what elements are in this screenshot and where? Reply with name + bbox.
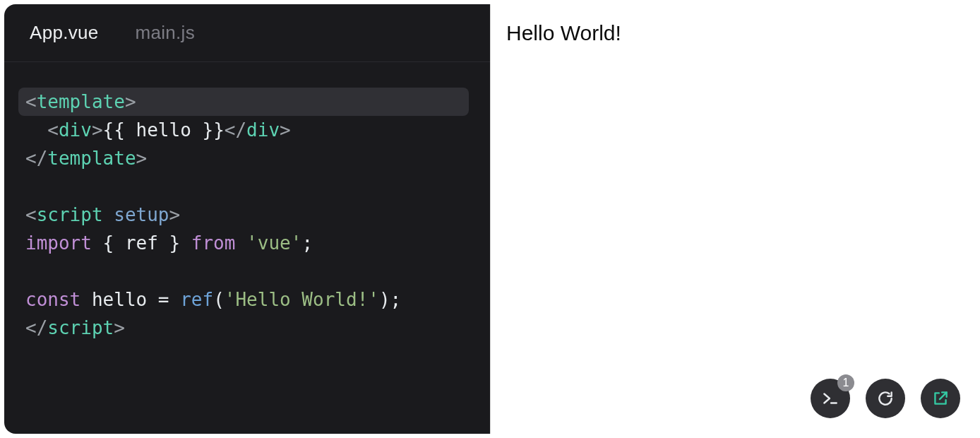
console-badge: 1 — [837, 374, 854, 391]
external-link-icon — [931, 389, 950, 408]
refresh-button[interactable] — [866, 379, 905, 418]
open-new-tab-button[interactable] — [921, 379, 960, 418]
code-line: <div>{{ hello }}</div> — [25, 119, 291, 141]
svg-line-1 — [940, 392, 947, 399]
code-line: </template> — [25, 148, 147, 169]
code-line-highlighted: <template> — [18, 88, 469, 116]
tab-app-vue[interactable]: App.vue — [30, 22, 99, 44]
code-line: <script setup> — [25, 204, 180, 225]
playground-frame: App.vue main.js <template> <div>{{ hello… — [4, 4, 976, 434]
file-tabs: App.vue main.js — [4, 4, 490, 62]
preview-pane: Hello World! 1 — [490, 4, 976, 434]
preview-output: Hello World! — [506, 21, 621, 45]
terminal-icon — [821, 389, 839, 408]
code-line: import { ref } from 'vue'; — [25, 232, 313, 254]
code-editor[interactable]: <template> <div>{{ hello }}</div> </temp… — [4, 62, 490, 434]
preview-controls: 1 — [811, 379, 960, 418]
code-line: </script> — [25, 317, 125, 338]
code-line: const hello = ref('Hello World!'); — [25, 289, 401, 310]
refresh-icon — [876, 389, 895, 408]
console-button[interactable]: 1 — [811, 379, 850, 418]
tab-main-js[interactable]: main.js — [136, 22, 195, 44]
editor-pane: App.vue main.js <template> <div>{{ hello… — [4, 4, 490, 434]
